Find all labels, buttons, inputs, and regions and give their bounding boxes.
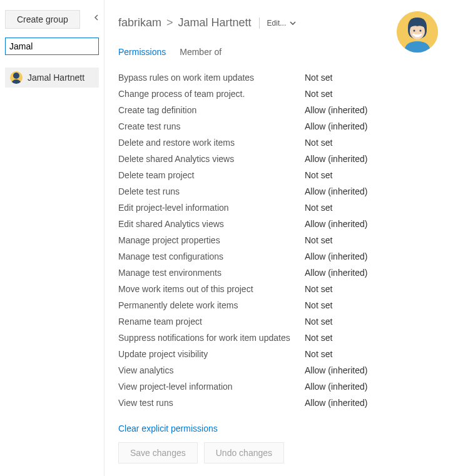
permission-row[interactable]: Manage test configurationsAllow (inherit… [118,248,440,265]
permission-value[interactable]: Allow (inherited) [305,365,367,375]
permission-value[interactable]: Allow (inherited) [305,121,367,131]
breadcrumb-root[interactable]: fabrikam [118,16,161,29]
permission-row[interactable]: Suppress notifications for work item upd… [118,330,440,346]
permission-value[interactable]: Not set [305,203,332,213]
permission-value[interactable]: Not set [305,235,332,245]
permission-row[interactable]: Create test runsAllow (inherited) [118,118,440,134]
permission-name: Manage project properties [118,235,305,245]
permission-name: Create tag definition [118,105,305,115]
permission-row[interactable]: Delete team projectNot set [118,167,440,183]
permission-value[interactable]: Not set [305,300,332,310]
permission-value[interactable]: Allow (inherited) [305,268,367,278]
permission-value[interactable]: Not set [305,89,332,99]
permission-row[interactable]: Edit shared Analytics viewsAllow (inheri… [118,216,440,232]
permission-value[interactable]: Allow (inherited) [305,154,367,164]
permission-name: Permanently delete work items [118,300,305,310]
permission-name: View project-level information [118,382,305,392]
permission-name: View analytics [118,365,305,375]
permission-value[interactable]: Not set [305,349,332,359]
sidebar-item-label: Jamal Hartnett [28,73,84,83]
sidebar: Create group Jamal Hartnett [0,0,104,476]
permission-row[interactable]: View test runsAllow (inherited) [118,395,440,411]
permission-name: Change process of team project. [118,89,305,99]
permission-row[interactable]: Rename team projectNot set [118,313,440,330]
permission-name: Edit shared Analytics views [118,219,305,229]
sidebar-item-user[interactable]: Jamal Hartnett [5,68,99,88]
permission-row[interactable]: Edit project-level informationNot set [118,200,440,216]
search-input[interactable] [5,38,99,55]
avatar-icon [10,71,23,84]
permission-row[interactable]: Delete and restore work itemsNot set [118,134,440,151]
chevron-left-icon [94,14,99,21]
main-panel: fabrikam > Jamal Hartnett Edit... Permis… [104,0,453,476]
permission-name: View test runs [118,398,305,408]
permission-name: Delete shared Analytics views [118,154,305,164]
permission-value[interactable]: Not set [305,284,332,294]
permissions-list: Bypass rules on work item updatesNot set… [118,69,440,411]
permission-value[interactable]: Not set [305,138,332,148]
create-group-button[interactable]: Create group [5,10,80,29]
permission-name: Edit project-level information [118,203,305,213]
undo-button[interactable]: Undo changes [204,442,284,463]
breadcrumb-current: Jamal Hartnett [178,16,252,29]
permission-value[interactable]: Not set [305,170,332,180]
permission-value[interactable]: Allow (inherited) [305,186,367,196]
divider [259,18,260,29]
permission-name: Manage test configurations [118,251,305,261]
chevron-down-icon [290,21,296,25]
tabs: Permissions Member of [118,47,440,58]
permission-row[interactable]: Create tag definitionAllow (inherited) [118,102,440,118]
avatar [397,11,438,53]
permission-name: Delete test runs [118,186,305,196]
permission-value[interactable]: Allow (inherited) [305,105,367,115]
action-row: Save changes Undo changes [118,442,440,463]
permission-name: Rename team project [118,316,305,327]
permission-row[interactable]: View project-level informationAllow (inh… [118,378,440,395]
permission-row[interactable]: Delete shared Analytics viewsAllow (inhe… [118,151,440,167]
permission-name: Manage test environments [118,268,305,278]
permission-value[interactable]: Not set [305,73,332,83]
permission-value[interactable]: Allow (inherited) [305,219,367,229]
permission-value[interactable]: Allow (inherited) [305,251,367,261]
collapse-sidebar-button[interactable] [91,13,101,23]
permission-name: Bypass rules on work item updates [118,73,305,83]
permission-name: Delete team project [118,170,305,180]
permission-value[interactable]: Not set [305,316,332,327]
permission-value[interactable]: Not set [305,333,332,343]
edit-label: Edit... [267,19,287,28]
permission-name: Suppress notifications for work item upd… [118,333,305,343]
edit-button[interactable]: Edit... [267,19,297,28]
permission-name: Move work items out of this project [118,284,305,294]
tab-permissions[interactable]: Permissions [118,47,166,58]
save-button[interactable]: Save changes [118,442,198,463]
permission-name: Update project visibility [118,349,305,359]
svg-point-3 [420,30,422,32]
permission-row[interactable]: View analyticsAllow (inherited) [118,362,440,378]
permission-value[interactable]: Allow (inherited) [305,398,367,408]
svg-point-2 [414,30,415,32]
permission-row[interactable]: Manage project propertiesNot set [118,232,440,248]
clear-permissions-link[interactable]: Clear explicit permissions [118,423,218,433]
breadcrumb-separator: > [166,16,173,29]
header: fabrikam > Jamal Hartnett Edit... [118,16,440,29]
tab-member-of[interactable]: Member of [180,47,221,58]
permission-row[interactable]: Bypass rules on work item updatesNot set [118,69,440,86]
breadcrumb: fabrikam > Jamal Hartnett [118,16,252,29]
permission-name: Delete and restore work items [118,138,305,148]
permission-value[interactable]: Allow (inherited) [305,382,367,392]
permission-row[interactable]: Delete test runsAllow (inherited) [118,183,440,200]
permission-row[interactable]: Move work items out of this projectNot s… [118,281,440,297]
permission-row[interactable]: Manage test environmentsAllow (inherited… [118,265,440,281]
permission-name: Create test runs [118,121,305,131]
permission-row[interactable]: Update project visibilityNot set [118,346,440,362]
permission-row[interactable]: Permanently delete work itemsNot set [118,297,440,313]
permission-row[interactable]: Change process of team project.Not set [118,86,440,102]
